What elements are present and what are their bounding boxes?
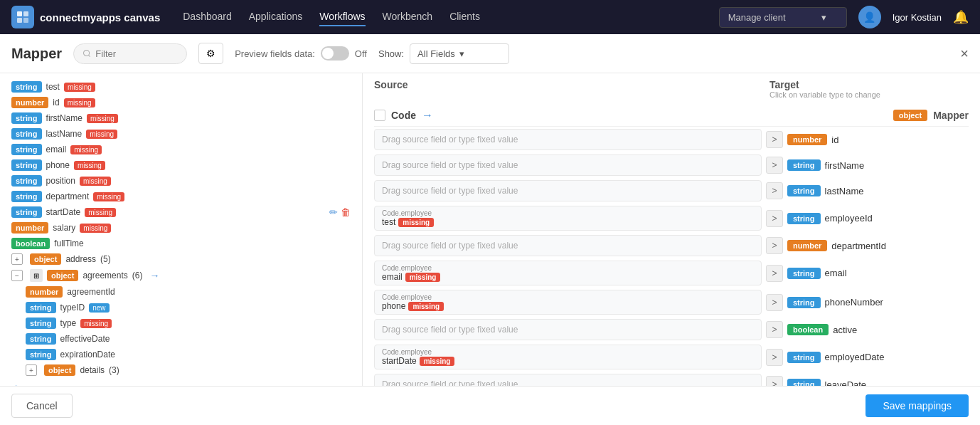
mapping-row: Code.employee startDate missing > string…: [374, 342, 969, 372]
filter-button[interactable]: ⚙: [198, 43, 223, 64]
target-field-name: departmentId: [831, 241, 886, 251]
type-badge-string[interactable]: string: [26, 318, 56, 329]
nav-workbench[interactable]: Workbench: [383, 8, 433, 26]
arrow-button[interactable]: >: [766, 210, 783, 227]
source-code-label: Code.employee: [382, 209, 754, 217]
type-badge-object[interactable]: object: [30, 253, 61, 265]
type-badge-string[interactable]: string: [11, 191, 42, 202]
source-field-empty[interactable]: Drag source field or type fixed value: [374, 319, 762, 340]
type-badge-string[interactable]: string: [787, 297, 821, 308]
field-name: firstName: [46, 113, 82, 123]
type-badge-string[interactable]: string: [11, 81, 42, 93]
type-badge-string[interactable]: string: [11, 175, 42, 187]
arrow-button[interactable]: >: [766, 265, 783, 282]
save-mappings-button[interactable]: Save mappings: [866, 394, 969, 417]
arrow-button[interactable]: >: [766, 237, 783, 254]
arrow-button[interactable]: >: [766, 182, 783, 199]
code-checkbox[interactable]: [374, 110, 385, 121]
type-badge-string[interactable]: string: [787, 268, 821, 279]
source-placeholder: Drag source field or type fixed value: [382, 186, 754, 196]
toggle-state-label: Off: [355, 48, 367, 59]
type-badge-object[interactable]: object: [47, 270, 78, 281]
arrow-button[interactable]: >: [766, 294, 783, 311]
nav-clients[interactable]: Clients: [449, 8, 480, 26]
source-field-empty[interactable]: Drag source field or type fixed value: [374, 235, 762, 256]
type-badge-string[interactable]: string: [787, 185, 821, 196]
svg-point-4: [84, 50, 90, 56]
expand-icon[interactable]: +: [26, 364, 37, 376]
manage-client-dropdown[interactable]: Manage client ▾: [719, 7, 847, 28]
source-field-value[interactable]: Code.employee phone missing: [374, 290, 762, 315]
type-badge-number[interactable]: number: [787, 240, 827, 251]
source-field-value[interactable]: Code.employee email missing: [374, 261, 762, 285]
type-badge-number[interactable]: number: [11, 97, 48, 108]
source-field-empty[interactable]: Drag source field or type fixed value: [374, 129, 762, 150]
arrow-button[interactable]: >: [766, 349, 783, 366]
type-badge-object[interactable]: object: [44, 364, 75, 376]
list-item: number id missing: [0, 95, 362, 110]
target-title: Target: [769, 79, 969, 90]
nav-workflows[interactable]: Workflows: [319, 8, 365, 26]
mapping-row: Code.employee email missing > string ema…: [374, 258, 969, 288]
expand-icon[interactable]: +: [11, 253, 23, 265]
type-badge-boolean[interactable]: boolean: [787, 324, 829, 335]
nav-dashboard[interactable]: Dashboard: [183, 8, 232, 26]
arrow-button[interactable]: >: [766, 131, 783, 148]
show-fields-dropdown[interactable]: All Fields ▾: [410, 43, 509, 64]
left-panel: string test missing number id missing st…: [0, 73, 363, 386]
target-field-name: employedDate: [825, 352, 885, 362]
nav-applications[interactable]: Applications: [249, 8, 303, 26]
preview-toggle[interactable]: [321, 46, 349, 61]
type-badge-string[interactable]: string: [26, 302, 56, 313]
code-row: Code → object Mapper: [374, 105, 969, 127]
delete-icon[interactable]: 🗑: [341, 206, 351, 218]
type-badge-string[interactable]: string: [26, 349, 56, 360]
type-badge-boolean[interactable]: boolean: [11, 238, 50, 249]
type-badge-string[interactable]: string: [787, 213, 821, 224]
missing-badge: missing: [64, 83, 95, 92]
target-subtitle: Click on variable type to change: [769, 90, 969, 99]
type-badge-string[interactable]: string: [26, 333, 56, 345]
mapping-row: Drag source field or type fixed value > …: [374, 233, 969, 258]
type-badge-number[interactable]: number: [787, 134, 827, 145]
mapper-header: Mapper ⚙ Preview fields data: Off Show: …: [0, 34, 980, 73]
field-name: agreements: [82, 271, 127, 280]
arrow-button[interactable]: >: [766, 376, 783, 386]
type-badge-string[interactable]: string: [11, 128, 42, 140]
edit-icon[interactable]: ✏: [329, 206, 338, 218]
source-field-empty[interactable]: Drag source field or type fixed value: [374, 180, 762, 201]
list-item: string lastName missing: [0, 126, 362, 142]
source-field-value[interactable]: Code.employee startDate missing: [374, 345, 762, 369]
source-field-empty[interactable]: Drag source field or type fixed value: [374, 154, 762, 176]
source-field-empty[interactable]: Drag source field or type fixed value: [374, 374, 762, 386]
show-fields-value: All Fields: [417, 48, 455, 59]
arrow-button[interactable]: >: [766, 157, 783, 174]
field-name: department: [46, 191, 90, 201]
type-badge-object[interactable]: object: [893, 110, 927, 121]
type-badge-string[interactable]: string: [11, 159, 42, 171]
type-badge-string[interactable]: string: [11, 206, 42, 218]
type-badge-string[interactable]: string: [787, 352, 821, 363]
type-badge-number[interactable]: number: [11, 222, 48, 234]
arrow-button[interactable]: >: [766, 321, 783, 338]
count-label: (3): [109, 365, 119, 375]
close-button[interactable]: ×: [960, 46, 969, 62]
source-field-name-label: phone: [382, 301, 405, 311]
list-item: string typeID new: [14, 300, 362, 315]
type-badge-string[interactable]: string: [11, 112, 42, 124]
type-badge-string[interactable]: string: [787, 159, 821, 171]
target-field-name: leaveDate: [825, 379, 867, 387]
cancel-button[interactable]: Cancel: [11, 394, 73, 418]
bell-icon[interactable]: 🔔: [953, 9, 969, 25]
count-label: (6): [132, 271, 143, 280]
search-input[interactable]: [95, 48, 178, 59]
type-badge-string[interactable]: string: [11, 144, 42, 155]
source-field-value[interactable]: Code.employee test missing: [374, 206, 762, 231]
type-badge-number[interactable]: number: [26, 286, 63, 298]
address-group: + object address (5): [0, 251, 362, 267]
type-badge-string[interactable]: string: [787, 379, 821, 386]
list-item: string startDate missing ✏ 🗑: [0, 204, 362, 220]
top-navigation: connectmyapps canvas Dashboard Applicati…: [0, 0, 980, 34]
add-root-field-button[interactable]: ⊕ Add root field: [0, 378, 362, 386]
expand-icon[interactable]: −: [11, 270, 23, 281]
